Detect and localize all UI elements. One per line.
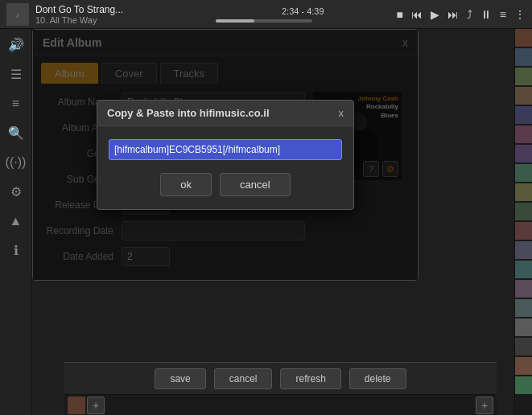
modal-buttons: ok cancel [97,173,353,209]
modal-overlay: Copy & Paste into hifimusic.co.il x ok c… [33,30,418,280]
layers-icon[interactable]: ☰ [10,67,22,82]
svg-text:♪: ♪ [16,10,20,19]
volume-icon[interactable]: 🔊 [8,37,24,52]
right-thumbnails [515,29,532,415]
bottom-bar: save cancel refresh delete [64,362,497,394]
modal-input[interactable] [109,139,342,160]
track-thumbnail: ♪ [6,3,29,26]
modal-body [97,126,353,173]
next-icon[interactable]: ⏭ [447,8,459,21]
strip-add-2[interactable]: + [476,397,493,414]
wifi-icon[interactable]: ((·)) [6,155,27,170]
right-thumb-6[interactable] [515,125,532,143]
right-sidebar [514,29,532,415]
signal-icon[interactable]: ▲ [10,214,23,228]
modal-title: Copy & Paste into hifimusic.co.il [107,107,270,119]
edit-album-dialog: Edit Album x Album Cover Tracks Album Na… [32,29,419,281]
progress-bar[interactable] [216,19,312,23]
right-thumb-2[interactable] [515,48,532,66]
bottom-strip: + + [64,394,497,415]
modal-close-btn[interactable]: x [339,107,344,119]
right-thumb-19[interactable] [515,376,532,394]
modal-ok-button[interactable]: ok [160,173,212,196]
info-icon[interactable]: ℹ [14,243,19,258]
strip-thumb-1 [68,397,85,414]
track-subtitle: 10. All The Way [35,15,209,25]
right-thumb-4[interactable] [515,87,532,105]
right-thumb-1[interactable] [515,29,532,47]
copy-paste-modal: Copy & Paste into hifimusic.co.il x ok c… [97,100,354,210]
right-thumb-18[interactable] [515,357,532,375]
right-thumb-8[interactable] [515,164,532,182]
track-info: Dont Go To Strang... 10. All The Way [35,4,209,25]
menu-icon[interactable]: ≡ [500,8,506,21]
progress-fill [216,19,254,23]
right-thumb-14[interactable] [515,280,532,298]
right-thumb-17[interactable] [515,338,532,355]
search-icon[interactable]: 🔍 [8,125,24,141]
left-sidebar: 🔊 ☰ ≡ 🔍 ((·)) ⚙ ▲ ℹ [0,29,32,415]
right-thumb-11[interactable] [515,222,532,240]
prev-icon[interactable]: ⏮ [411,8,423,21]
right-thumb-7[interactable] [515,145,532,162]
right-thumb-9[interactable] [515,183,532,201]
main-area: Edit Album x Album Cover Tracks Album Na… [32,29,514,415]
right-thumb-12[interactable] [515,241,532,259]
track-title: Dont Go To Strang... [35,4,209,15]
save-button[interactable]: save [155,368,205,389]
right-thumb-5[interactable] [515,106,532,124]
right-thumb-3[interactable] [515,68,532,85]
right-thumb-13[interactable] [515,261,532,278]
modal-header: Copy & Paste into hifimusic.co.il x [97,101,353,126]
stop-icon[interactable]: ■ [396,8,402,21]
cancel-button[interactable]: cancel [214,368,273,389]
right-thumb-16[interactable] [515,318,532,336]
share-icon[interactable]: ⤴ [467,8,472,21]
right-thumb-15[interactable] [515,299,532,317]
refresh-button[interactable]: refresh [280,368,340,389]
modal-cancel-button[interactable]: cancel [220,173,291,196]
time-display: 2:34 - 4:39 [216,6,390,23]
top-bar: ♪ Dont Go To Strang... 10. All The Way 2… [0,0,532,29]
delete-button[interactable]: delete [349,368,406,389]
strip-add-1[interactable]: + [87,397,105,414]
time-text: 2:34 - 4:39 [216,6,390,16]
right-thumb-10[interactable] [515,203,532,220]
pause-icon[interactable]: ⏸ [480,8,492,21]
playback-controls: ■ ⏮ ▶ ⏭ ⤴ ⏸ ≡ ⋮ [396,8,526,21]
menu-sidebar-icon[interactable]: ≡ [12,97,19,111]
play-icon[interactable]: ▶ [431,8,439,21]
more-icon[interactable]: ⋮ [514,8,526,21]
settings-icon[interactable]: ⚙ [10,184,22,199]
